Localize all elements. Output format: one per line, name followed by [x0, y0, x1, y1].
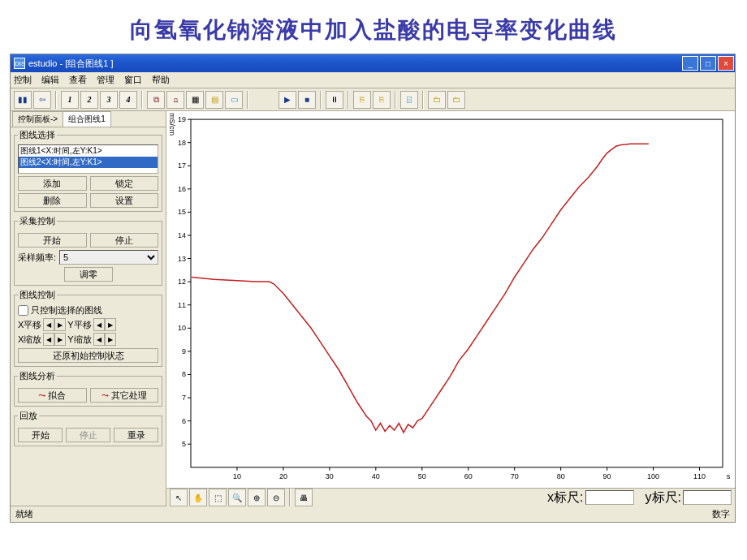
yzoom-out[interactable]: ◀ [93, 333, 105, 346]
close-button[interactable]: × [718, 56, 734, 71]
svg-text:50: 50 [418, 472, 426, 480]
menu-help[interactable]: 帮助 [152, 74, 170, 86]
rate-label: 采样频率: [18, 252, 56, 264]
toolbar-play-icon[interactable]: ▶ [279, 91, 296, 109]
toolbar-folder2-icon[interactable]: 🗀 [447, 91, 465, 109]
acquire-start-button[interactable]: 开始 [18, 233, 87, 248]
toolbar-table-icon[interactable]: ▤ [205, 91, 223, 109]
zoom-in-icon[interactable]: ⊕ [248, 489, 266, 506]
curve-control-legend: 图线控制 [18, 289, 57, 301]
toolbar-folder1-icon[interactable]: 🗀 [428, 91, 446, 109]
playback-rerecord-button[interactable]: 重录 [114, 428, 158, 442]
svg-text:9: 9 [182, 347, 186, 355]
xshift-right[interactable]: ▶ [54, 318, 66, 331]
xzoom-out[interactable]: ◀ [43, 333, 54, 346]
svg-text:8: 8 [182, 370, 186, 378]
zoom-rect-tool-icon[interactable]: 🔍 [228, 489, 246, 506]
hand-tool-icon[interactable]: ✋ [189, 489, 207, 506]
acquire-legend: 采集控制 [18, 215, 57, 227]
svg-text:18: 18 [178, 139, 186, 147]
playback-start-button[interactable]: 开始 [18, 428, 63, 442]
curve-listbox[interactable]: 图线1<X:时间,左Y:K1> 图线2<X:时间,左Y:K1> [18, 144, 158, 174]
status-right: 数字 [712, 508, 730, 520]
toolbar-back-icon[interactable]: ⇦ [33, 91, 51, 109]
status-bar: 就绪 数字 [11, 506, 735, 522]
plot[interactable]: 5678910111213141516171819102030405060708… [166, 111, 735, 488]
analysis-panel: 图线分析 ⤳ 拟合 ⤳ 其它处理 [14, 370, 162, 407]
y-ruler-field[interactable] [683, 490, 732, 505]
menu-control[interactable]: 控制 [14, 74, 32, 86]
menu-view[interactable]: 查看 [69, 74, 87, 86]
yshift-right[interactable]: ▶ [105, 318, 116, 331]
yzoom-in[interactable]: ▶ [105, 333, 116, 346]
main-toolbar: ▮▮ ⇦ 1 2 3 4 ⧉ ⩍ ▦ ▤ ▭ ▶ ■ ⏸ ⎘ ⎘ ⌻ 🗀 🗀 [11, 88, 735, 111]
svg-text:90: 90 [603, 472, 611, 480]
menu-manage[interactable]: 管理 [97, 74, 114, 86]
toolbar-chart2-icon[interactable]: ⩍ [166, 91, 184, 109]
toolbar-chart1-icon[interactable]: ⧉ [147, 91, 165, 109]
restore-button[interactable]: 还原初始控制状态 [18, 348, 158, 363]
sidebar: 控制面板-> 组合图线1 图线选择 图线1<X:时间,左Y:K1> 图线2<X:… [11, 111, 166, 506]
toolbar-preset-4[interactable]: 4 [119, 91, 137, 109]
toolbar-stop-icon[interactable]: ■ [298, 91, 316, 109]
toolbar-grid-icon[interactable]: ▦ [186, 91, 204, 109]
toolbar-pause-icon[interactable]: ⏸ [326, 91, 343, 109]
playback-panel: 回放 开始 停止 重录 [14, 410, 162, 446]
svg-text:80: 80 [557, 472, 565, 480]
svg-text:s: s [727, 472, 731, 480]
xzoom-in[interactable]: ▶ [54, 333, 66, 346]
minimize-button[interactable]: _ [682, 56, 698, 71]
toolbar-monitor-icon[interactable]: ⌻ [400, 91, 418, 109]
tab-control-panel[interactable]: 控制面板-> [12, 111, 63, 127]
print-icon[interactable]: 🖶 [295, 489, 313, 506]
other-process-button[interactable]: ⤳ 其它处理 [90, 388, 159, 403]
acquire-stop-button[interactable]: 停止 [90, 233, 159, 248]
svg-text:19: 19 [178, 115, 186, 123]
list-item[interactable]: 图线2<X:时间,左Y:K1> [19, 157, 158, 168]
titlebar: DIS estudio - [组合图线1 ] _ □ × [11, 54, 735, 72]
toolbar-preset-2[interactable]: 2 [80, 91, 98, 109]
svg-text:20: 20 [279, 472, 287, 480]
tab-combined-curve[interactable]: 组合图线1 [63, 111, 111, 127]
zoom-out-icon[interactable]: ⊖ [267, 489, 285, 506]
curve-select-panel: 图线选择 图线1<X:时间,左Y:K1> 图线2<X:时间,左Y:K1> 添加 … [14, 129, 162, 212]
rate-select[interactable]: 5 [59, 250, 158, 265]
analysis-legend: 图线分析 [18, 370, 57, 382]
slide-title: 向氢氧化钠溶液中加入盐酸的电导率变化曲线 [0, 0, 747, 54]
toolbar-preset-3[interactable]: 3 [100, 91, 118, 109]
svg-text:12: 12 [178, 278, 186, 286]
toolbar-copy-icon[interactable]: ⎘ [353, 91, 371, 109]
menu-window[interactable]: 窗口 [124, 74, 142, 86]
toolbar-panel-icon[interactable]: ▭ [225, 91, 243, 109]
svg-text:16: 16 [178, 185, 186, 193]
list-item[interactable]: 图线1<X:时间,左Y:K1> [19, 145, 158, 157]
app-icon: DIS [14, 58, 25, 69]
playback-stop-button[interactable]: 停止 [66, 428, 110, 442]
select-tool-icon[interactable]: ⬚ [209, 489, 227, 506]
only-selected-checkbox[interactable] [18, 305, 28, 316]
add-button[interactable]: 添加 [18, 176, 87, 191]
toolbar-paste-icon[interactable]: ⎘ [373, 91, 391, 109]
maximize-button[interactable]: □ [700, 56, 716, 71]
yshift-left[interactable]: ◀ [93, 318, 105, 331]
toolbar-preset-1[interactable]: 1 [61, 91, 79, 109]
acquire-panel: 采集控制 开始 停止 采样频率: 5 调零 [14, 215, 162, 286]
pointer-tool-icon[interactable]: ↖ [170, 489, 188, 506]
zero-button[interactable]: 调零 [64, 267, 113, 282]
svg-text:10: 10 [233, 472, 241, 480]
lock-button[interactable]: 锁定 [90, 176, 159, 191]
svg-text:60: 60 [464, 472, 473, 480]
menu-edit[interactable]: 编辑 [41, 74, 59, 86]
toolbar-save-icon[interactable]: ▮▮ [14, 91, 32, 109]
x-ruler-field[interactable] [585, 490, 634, 505]
fit-button[interactable]: ⤳ 拟合 [18, 388, 87, 403]
settings-button[interactable]: 设置 [90, 193, 159, 208]
playback-legend: 回放 [18, 410, 39, 422]
xshift-label: X平移 [18, 319, 41, 331]
y-ruler-label: y标尺: [646, 489, 681, 506]
chart-toolbar: ↖ ✋ ⬚ 🔍 ⊕ ⊖ 🖶 x标尺: y标尺: [166, 488, 735, 506]
svg-text:100: 100 [647, 472, 659, 480]
curve-select-legend: 图线选择 [18, 129, 57, 141]
delete-button[interactable]: 删除 [18, 193, 87, 208]
xshift-left[interactable]: ◀ [43, 318, 54, 331]
